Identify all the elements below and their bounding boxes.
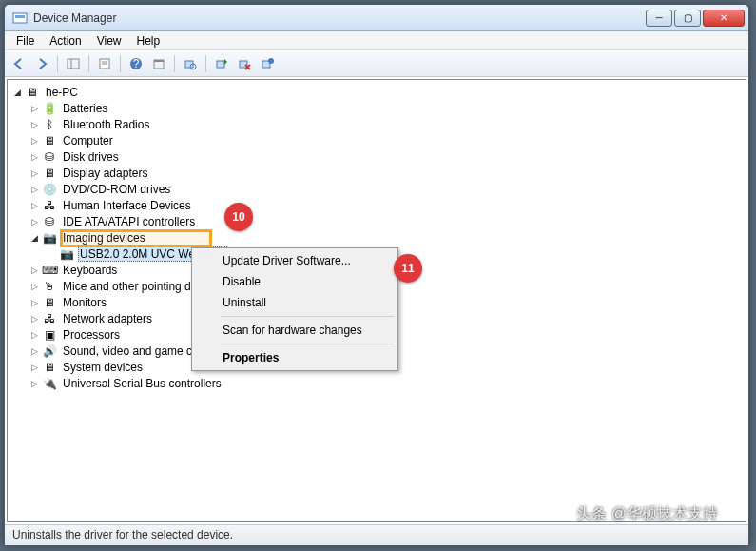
node-label[interactable]: Batteries	[61, 102, 109, 115]
device-tree[interactable]: ◢🖥he-PC▷🔋Batteries▷ᛒBluetooth Radios▷🖥Co…	[7, 79, 746, 522]
device-icon: 🔊	[42, 344, 57, 359]
ctx-update-driver[interactable]: Update Driver Software...	[194, 250, 396, 271]
expand-icon[interactable]: ▷	[29, 281, 40, 292]
node-label[interactable]: Human Interface Devices	[61, 199, 193, 212]
node-label[interactable]: System devices	[61, 361, 145, 374]
disable-button[interactable]	[257, 53, 278, 74]
toolbar-separator	[120, 55, 121, 72]
ctx-disable[interactable]: Disable	[194, 271, 396, 292]
device-icon: ⛁	[42, 214, 57, 229]
expand-icon[interactable]: ▷	[29, 362, 40, 373]
device-icon: 🖥	[42, 295, 57, 310]
expand-icon[interactable]: ▷	[29, 119, 40, 130]
status-text: Uninstalls the driver for the selected d…	[12, 528, 233, 541]
forward-button[interactable]	[31, 53, 52, 74]
device-icon: 🖧	[42, 311, 57, 326]
expand-icon[interactable]: ▷	[29, 167, 40, 179]
svg-rect-10	[154, 60, 164, 62]
device-icon: 🖱	[42, 279, 57, 294]
scan-hardware-button[interactable]	[180, 53, 201, 74]
toolbar-separator	[174, 55, 175, 72]
expand-icon[interactable]: ▷	[29, 216, 40, 227]
device-icon: 🖥	[25, 85, 40, 100]
expand-icon[interactable]: ▷	[29, 329, 40, 341]
node-label[interactable]: IDE ATA/ATAPI controllers	[61, 215, 197, 228]
device-icon: 🖧	[42, 198, 57, 213]
tree-node[interactable]: ▷🔋Batteries	[29, 100, 746, 116]
node-label[interactable]: DVD/CD-ROM drives	[61, 183, 172, 196]
tree-node[interactable]: ▷⛁IDE ATA/ATAPI controllers	[29, 213, 746, 229]
menu-view[interactable]: View	[89, 32, 129, 49]
device-icon: 📷	[59, 246, 74, 262]
device-icon: 🖥	[42, 166, 57, 181]
expand-icon[interactable]: ▷	[29, 265, 40, 276]
node-label[interactable]: Display adapters	[61, 167, 149, 180]
titlebar[interactable]: Device Manager ─ ▢ ✕	[5, 5, 748, 31]
tree-node[interactable]: ▷⛁Disk drives	[29, 148, 746, 165]
tree-node[interactable]: ▷🖥Display adapters	[29, 165, 746, 181]
statusbar: Uninstalls the driver for the selected d…	[5, 524, 748, 545]
menu-file[interactable]: File	[9, 32, 42, 49]
tree-node[interactable]: ▷💿DVD/CD-ROM drives	[29, 181, 746, 197]
expand-icon[interactable]: ▷	[29, 200, 40, 211]
device-icon: 📷	[42, 230, 57, 246]
app-icon	[12, 10, 28, 26]
expand-icon[interactable]: ▷	[29, 103, 40, 114]
show-hide-tree-button[interactable]	[63, 53, 84, 74]
uninstall-button[interactable]	[234, 53, 255, 74]
svg-rect-1	[15, 15, 25, 18]
window-buttons: ─ ▢ ✕	[644, 10, 745, 27]
expand-icon[interactable]: ▷	[29, 151, 40, 163]
tree-node[interactable]: ◢📷Imaging devices	[29, 229, 746, 246]
collapse-icon[interactable]: ◢	[11, 87, 23, 98]
svg-point-16	[268, 58, 274, 64]
menu-action[interactable]: Action	[42, 32, 88, 49]
help-button[interactable]: ?	[126, 53, 146, 74]
ctx-separator	[221, 316, 394, 317]
context-menu: Update Driver Software... Disable Uninst…	[191, 247, 398, 371]
update-driver-button[interactable]	[211, 53, 232, 74]
tree-node[interactable]: ▷🖥Computer	[29, 132, 746, 148]
back-button[interactable]	[9, 53, 29, 74]
menu-help[interactable]: Help	[129, 32, 168, 49]
node-label[interactable]: Computer	[61, 134, 115, 148]
watermark: 头条 @华硕技术支持	[576, 504, 718, 524]
device-icon: ᛒ	[42, 117, 57, 132]
node-label[interactable]: Disk drives	[61, 150, 121, 164]
minimize-button[interactable]: ─	[646, 10, 672, 27]
device-icon: 🔋	[42, 101, 57, 116]
ctx-uninstall[interactable]: Uninstall	[194, 292, 396, 313]
node-label[interactable]: Monitors	[61, 296, 108, 309]
node-label[interactable]: Bluetooth Radios	[61, 118, 151, 131]
tree-node[interactable]: ◢🖥he-PC	[11, 84, 746, 100]
expand-icon[interactable]: ▷	[29, 184, 40, 195]
node-label[interactable]: Universal Serial Bus controllers	[61, 377, 223, 390]
tree-node[interactable]: ▷🖧Human Interface Devices	[29, 197, 746, 213]
node-label[interactable]: he-PC	[44, 86, 80, 99]
node-label[interactable]: Network adapters	[61, 312, 154, 325]
maximize-button[interactable]: ▢	[674, 10, 701, 27]
expand-icon[interactable]: ▷	[29, 297, 40, 308]
menubar: File Action View Help	[5, 31, 748, 50]
toolbar-separator	[88, 55, 89, 72]
ctx-separator	[221, 344, 394, 344]
ctx-properties[interactable]: Properties	[194, 347, 396, 368]
svg-rect-2	[68, 59, 79, 69]
tree-node[interactable]: ▷ᛒBluetooth Radios	[29, 116, 746, 132]
collapse-icon[interactable]: ◢	[29, 232, 40, 244]
tree-node[interactable]: ▷🔌Universal Serial Bus controllers	[29, 375, 746, 391]
expand-icon[interactable]: ▷	[29, 378, 40, 389]
callout-11: 11	[394, 254, 422, 283]
properties-button[interactable]	[94, 53, 115, 74]
expand-icon[interactable]: ▷	[29, 313, 40, 325]
device-icon: 🖥	[42, 133, 57, 148]
ctx-scan[interactable]: Scan for hardware changes	[194, 320, 396, 341]
node-label[interactable]: Keyboards	[61, 264, 119, 277]
toolbar: ?	[5, 50, 748, 77]
close-button[interactable]: ✕	[703, 10, 745, 27]
action-button[interactable]	[148, 53, 169, 74]
expand-icon[interactable]: ▷	[29, 345, 40, 357]
node-label[interactable]: Imaging devices	[61, 231, 147, 245]
expand-icon[interactable]: ▷	[29, 135, 40, 147]
node-label[interactable]: Processors	[61, 328, 122, 342]
